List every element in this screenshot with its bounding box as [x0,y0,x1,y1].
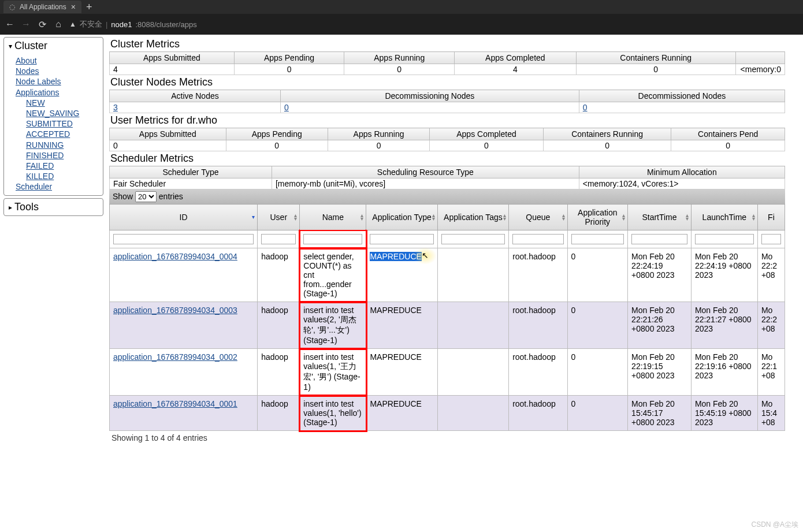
close-icon[interactable]: × [71,2,76,12]
new-tab-button[interactable]: + [86,1,92,13]
th-launch[interactable]: LaunchTime▴▾ [691,204,757,230]
table-row: application_1676878994034_0002 hadoop in… [110,349,785,396]
back-button[interactable]: ← [5,19,15,29]
cell-tags [437,302,508,349]
filter-finish[interactable] [761,234,781,244]
td-sched-res: [memory-mb (unit=Mi), vcores] [272,178,579,189]
filter-queue[interactable] [512,234,563,244]
th-u-completed[interactable]: Apps Completed [430,128,544,140]
sort-both-icon: ▴▾ [686,214,689,221]
cell-type: MAPREDUCE [366,302,437,349]
cell-queue: root.hadoop [509,396,567,431]
th-apps-pending[interactable]: Apps Pending [234,52,344,64]
sidebar-cluster-box: ▾ Cluster About Nodes Node Labels Applic… [3,37,103,196]
th-queue[interactable]: Queue▴▾ [509,204,567,230]
th-sched-min[interactable]: Minimum Allocation [579,166,785,178]
sidebar-link-applications[interactable]: Applications [16,87,98,98]
nodes-metrics-table: Active Nodes Decommissioning Nodes Decom… [109,90,785,113]
filter-name[interactable] [303,234,362,244]
th-sched-type[interactable]: Scheduler Type [110,166,272,178]
sidebar-link-state-failed[interactable]: FAILED [26,161,98,171]
td-apps-submitted: 4 [110,64,235,75]
forward-button[interactable]: → [21,19,31,29]
tab-bar: ◌ All Applications × + [0,0,803,14]
app-id-link[interactable]: application_1676878994034_0002 [113,352,237,362]
th-apps-running[interactable]: Apps Running [344,52,455,64]
scheduler-metrics-table: Scheduler Type Scheduling Resource Type … [109,166,785,189]
cell-user: hadoop [258,396,300,431]
td-sched-type: Fair Scheduler [110,178,272,189]
sidebar-link-state-new[interactable]: NEW [26,98,98,108]
cell-priority: 0 [567,302,628,349]
sidebar-link-nodes[interactable]: Nodes [16,66,98,76]
td-active-nodes: 3 [110,102,281,113]
th-active-nodes[interactable]: Active Nodes [110,90,281,102]
filter-type[interactable] [370,234,433,244]
th-sched-res[interactable]: Scheduling Resource Type [272,166,579,178]
th-priority[interactable]: Application Priority▴▾ [567,204,628,230]
warning-icon: ▲ [69,20,76,28]
th-finish[interactable]: Fi [757,204,785,230]
sort-both-icon: ▴▾ [503,214,506,221]
sidebar-tools-header[interactable]: ▸ Tools [4,199,103,215]
th-u-containers[interactable]: Containers Running [543,128,671,140]
sidebar-link-node-labels[interactable]: Node Labels [16,76,98,87]
sidebar-link-scheduler[interactable]: Scheduler [16,181,98,192]
cell-user: hadoop [258,302,300,349]
sort-both-icon: ▴▾ [752,214,755,221]
home-button[interactable]: ⌂ [53,19,64,29]
sidebar-cluster-title: Cluster [14,40,47,52]
th-decommed-nodes[interactable]: Decommissioned Nodes [579,90,785,102]
decommed-nodes-link[interactable]: 0 [583,103,588,112]
sidebar-link-state-finished[interactable]: FINISHED [26,150,98,161]
sort-both-icon: ▴▾ [360,214,363,221]
browser-tab[interactable]: ◌ All Applications × [3,1,81,13]
filter-priority[interactable] [571,234,624,244]
entries-select[interactable]: 20 [135,191,157,202]
th-apps-submitted[interactable]: Apps Submitted [110,52,235,64]
th-containers-running[interactable]: Containers Running [576,52,735,64]
th-apps-completed[interactable]: Apps Completed [455,52,577,64]
sidebar-link-state-running[interactable]: RUNNING [26,140,98,150]
active-nodes-link[interactable]: 3 [113,103,118,112]
filter-user[interactable] [261,234,296,244]
th-u-running[interactable]: Apps Running [328,128,429,140]
reload-button[interactable]: ⟳ [37,19,47,30]
th-tags[interactable]: Application Tags▴▾ [437,204,508,230]
filter-launch[interactable] [695,234,754,244]
app-id-link[interactable]: application_1676878994034_0001 [113,399,237,408]
url-path: :8088/cluster/apps [135,20,196,29]
table-row: application_1676878994034_0001 hadoop in… [110,396,785,431]
th-name[interactable]: Name▴▾ [300,204,366,230]
sidebar-link-state-submitted[interactable]: SUBMITTED [26,118,98,129]
cell-start: Mon Feb 20 22:24:19 +0800 2023 [628,248,692,302]
th-type[interactable]: Application Type▴▾ [366,204,437,230]
th-u-pending[interactable]: Apps Pending [226,128,328,140]
app-id-link[interactable]: application_1676878994034_0003 [113,306,237,315]
th-u-pend[interactable]: Containers Pend [671,128,785,140]
filter-start[interactable] [631,234,687,244]
app-id-link[interactable]: application_1676878994034_0004 [113,252,237,261]
cell-queue: root.hadoop [509,248,567,302]
sidebar-cluster-header[interactable]: ▾ Cluster [4,38,103,54]
filter-id[interactable] [113,234,254,244]
caret-right-icon: ▸ [9,203,12,211]
sort-desc-icon: ▾ [252,215,255,219]
cell-type: MAPREDUCE [366,349,437,396]
th-decom-nodes[interactable]: Decommissioning Nodes [281,90,579,102]
th-u-submitted[interactable]: Apps Submitted [110,128,226,140]
filter-tags[interactable] [441,234,505,244]
cell-queue: root.hadoop [509,349,567,396]
sidebar-link-state-new-saving[interactable]: NEW_SAVING [26,108,98,118]
sidebar-link-about[interactable]: About [16,55,98,66]
cell-queue: root.hadoop [509,302,567,349]
th-start[interactable]: StartTime▴▾ [628,204,692,230]
th-user[interactable]: User▴▾ [258,204,300,230]
sidebar-link-state-killed[interactable]: KILLED [26,171,98,181]
decom-nodes-link[interactable]: 0 [284,103,289,112]
td-decommed-nodes: 0 [579,102,785,113]
sidebar-link-state-accepted[interactable]: ACCEPTED [26,129,98,139]
show-label: Show [113,192,133,201]
th-id[interactable]: ID▾ [110,204,258,230]
url-input[interactable]: ▲ 不安全 | node1:8088/cluster/apps [69,19,798,29]
